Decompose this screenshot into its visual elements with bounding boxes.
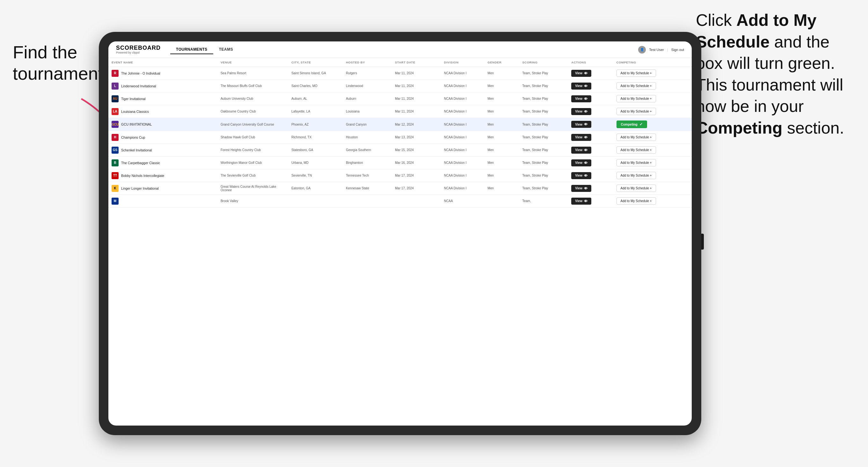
venue-cell: Oakbourne Country Club xyxy=(217,105,288,118)
tab-teams[interactable]: TEAMS xyxy=(213,45,239,54)
view-button[interactable]: View 👁 xyxy=(571,95,591,102)
col-header-venue: VENUE xyxy=(217,58,288,67)
table-body: R The Johnnie - O Individual Sea Palms R… xyxy=(108,67,692,208)
view-button[interactable]: View 👁 xyxy=(571,134,591,141)
team-logo: TT xyxy=(112,172,119,179)
division-cell: NCAA Division I xyxy=(441,131,485,144)
user-avatar: 👤 xyxy=(638,46,646,54)
view-button[interactable]: View 👁 xyxy=(571,121,591,128)
add-to-schedule-button[interactable]: Add to My Schedule + xyxy=(617,133,656,141)
venue-cell: Brook Valley xyxy=(217,195,288,208)
hosted-by-cell: Georgia Southern xyxy=(343,144,392,157)
click-instructions-annotation: Click Add to My Schedule and the box wil… xyxy=(696,9,849,139)
team-logo: B xyxy=(112,159,119,166)
team-logo: LA xyxy=(112,108,119,115)
hosted-by-cell: Rutgers xyxy=(343,67,392,80)
app-logo-sub: Powered by clippd xyxy=(116,51,161,54)
team-logo: L xyxy=(112,83,119,90)
col-header-competing: COMPETING xyxy=(613,58,692,67)
view-button[interactable]: View 👁 xyxy=(571,159,591,166)
actions-cell: View 👁 xyxy=(568,195,613,208)
nav-tabs: TOURNAMENTS TEAMS xyxy=(170,45,239,54)
venue-cell: Auburn University Club xyxy=(217,92,288,105)
header-right: 👤 Test User | Sign out xyxy=(638,46,684,54)
city-state-cell: Richmond, TX xyxy=(288,131,343,144)
col-header-actions: ACTIONS xyxy=(568,58,613,67)
gender-cell: Men xyxy=(485,157,519,169)
add-to-schedule-button[interactable]: Add to My Schedule + xyxy=(617,69,656,77)
add-schedule-label: Add to My Schedule + xyxy=(621,186,652,190)
add-schedule-label: Add to My Schedule + xyxy=(621,135,652,139)
competing-cell: Add to My Schedule + xyxy=(613,131,692,144)
table-row: H Champions Cup Shadow Hawk Golf ClubRic… xyxy=(108,131,692,144)
event-name-cell: H Champions Cup xyxy=(108,131,217,144)
view-button[interactable]: View 👁 xyxy=(571,70,591,77)
scoring-cell: Team, xyxy=(519,195,568,208)
tablet-side-button[interactable] xyxy=(701,234,704,250)
scoring-cell: Team, Stroke Play xyxy=(519,131,568,144)
division-cell: NCAA Division I xyxy=(441,80,485,92)
venue-cell: Sea Palms Resort xyxy=(217,67,288,80)
click-instructions-bold2: Competing xyxy=(696,119,782,137)
table-row: LA Louisiana Classics Oakbourne Country … xyxy=(108,105,692,118)
event-name: Louisiana Classics xyxy=(121,110,149,114)
scoring-cell: Team, Stroke Play xyxy=(519,182,568,195)
event-name-cell: AU Tiger Invitational xyxy=(108,92,217,105)
view-button[interactable]: View 👁 xyxy=(571,198,591,205)
competing-cell: Add to My Schedule + xyxy=(613,80,692,92)
add-to-schedule-button[interactable]: Add to My Schedule + xyxy=(617,159,656,166)
user-name: Test User xyxy=(649,48,664,52)
competing-cell: Add to My Schedule + xyxy=(613,182,692,195)
hosted-by-cell: Auburn xyxy=(343,92,392,105)
find-tournament-annotation: Find the tournament. xyxy=(13,41,102,84)
add-to-schedule-button[interactable]: Add to My Schedule + xyxy=(617,172,656,179)
competing-cell: Add to My Schedule + xyxy=(613,169,692,182)
actions-cell: View 👁 xyxy=(568,157,613,169)
click-instructions-part1: Click xyxy=(696,11,736,29)
actions-cell: View 👁 xyxy=(568,67,613,80)
col-header-city: CITY, STATE xyxy=(288,58,343,67)
division-cell: NCAA Division I xyxy=(441,67,485,80)
add-to-schedule-button[interactable]: Add to My Schedule + xyxy=(617,197,656,205)
start-date-cell: Mar 15, 2024 xyxy=(392,144,441,157)
table-row: L Lindenwood Invitational The Missouri B… xyxy=(108,80,692,92)
hosted-by-cell: Houston xyxy=(343,131,392,144)
competing-cell: Add to My Schedule + xyxy=(613,144,692,157)
venue-cell: Great Waters Course At Reynolds Lake Oco… xyxy=(217,182,288,195)
add-to-schedule-button[interactable]: Add to My Schedule + xyxy=(617,95,656,102)
scoring-cell: Team, Stroke Play xyxy=(519,118,568,131)
start-date-cell: Mar 16, 2024 xyxy=(392,157,441,169)
add-schedule-label: Add to My Schedule + xyxy=(621,84,652,88)
view-button[interactable]: View 👁 xyxy=(571,83,591,90)
competing-button[interactable]: Competing ✓ xyxy=(617,121,647,128)
add-schedule-label: Add to My Schedule + xyxy=(621,110,652,113)
table-row: B The Carpetbagger Classic Worthington M… xyxy=(108,157,692,169)
start-date-cell: Mar 17, 2024 xyxy=(392,182,441,195)
start-date-cell: Mar 12, 2024 xyxy=(392,118,441,131)
sign-out-link[interactable]: Sign out xyxy=(671,48,684,52)
view-button[interactable]: View 👁 xyxy=(571,172,591,179)
actions-cell: View 👁 xyxy=(568,92,613,105)
event-name: GCU INVITATIONAL xyxy=(121,122,152,126)
add-to-schedule-button[interactable]: Add to My Schedule + xyxy=(617,82,656,90)
eye-icon: 👁 xyxy=(584,148,588,152)
scoring-cell: Team, Stroke Play xyxy=(519,67,568,80)
add-to-schedule-button[interactable]: Add to My Schedule + xyxy=(617,185,656,192)
event-name-cell: R The Johnnie - O Individual xyxy=(108,67,217,80)
view-button[interactable]: View 👁 xyxy=(571,108,591,115)
view-button[interactable]: View 👁 xyxy=(571,185,591,192)
gender-cell: Men xyxy=(485,131,519,144)
venue-cell: The Missouri Bluffs Golf Club xyxy=(217,80,288,92)
event-name-cell: M xyxy=(108,195,217,208)
venue-cell: The Sevierville Golf Club xyxy=(217,169,288,182)
hosted-by-cell: Louisiana xyxy=(343,105,392,118)
add-to-schedule-button[interactable]: Add to My Schedule + xyxy=(617,108,656,115)
venue-cell: Worthington Manor Golf Club xyxy=(217,157,288,169)
col-header-division: DIVISION xyxy=(441,58,485,67)
add-to-schedule-button[interactable]: Add to My Schedule + xyxy=(617,146,656,154)
tab-tournaments[interactable]: TOURNAMENTS xyxy=(170,45,213,54)
division-cell: NCAA Division I xyxy=(441,144,485,157)
view-button[interactable]: View 👁 xyxy=(571,147,591,154)
tournaments-table-container: EVENT NAME VENUE CITY, STATE HOSTED BY S… xyxy=(108,58,692,426)
tournaments-table: EVENT NAME VENUE CITY, STATE HOSTED BY S… xyxy=(108,58,692,208)
